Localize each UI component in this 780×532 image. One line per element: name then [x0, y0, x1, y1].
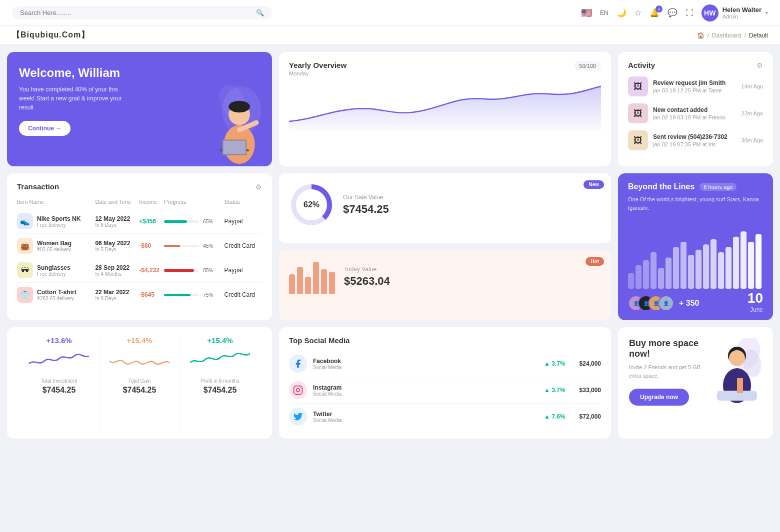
social-pct: ▲ 7.6%	[544, 413, 566, 420]
table-row: 👟 Nike Sports NK Free delivery 12 May 20…	[17, 209, 262, 234]
social-info: Twitter Social Media	[313, 411, 342, 423]
social-item: Instagram Social Media ▲ 3.7% $33,000	[289, 377, 601, 404]
item-thumb: 👕	[17, 287, 33, 303]
person-svg	[192, 81, 272, 166]
cell-date: 28 Sep 2022 In 4 Months	[95, 258, 139, 283]
progress-fill	[164, 269, 194, 272]
flag-icon[interactable]: 🇺🇸	[581, 7, 592, 18]
cell-income: +$456	[139, 209, 164, 234]
donut-chart: 62%	[289, 182, 334, 227]
hot-badge: Hot	[586, 257, 604, 266]
activity-thumb: 🖼	[628, 103, 648, 123]
beyond-bar	[658, 268, 664, 289]
beyond-time: 6 hours ago	[700, 183, 736, 191]
cell-progress: 85%	[164, 258, 224, 283]
svg-point-17	[729, 350, 745, 366]
stat-gain-label: Total Gain	[106, 378, 174, 384]
transaction-card: Transaction ⚙ Item Name Date and Time In…	[7, 173, 272, 320]
social-type: Social Media	[313, 365, 342, 370]
moon-icon[interactable]: 🌙	[616, 8, 626, 17]
act-info: Sent review (504)236-7302 jan 02 19 07:3…	[653, 133, 736, 147]
transaction-title: Transaction	[17, 182, 59, 191]
breadcrumb-sep1: /	[708, 32, 709, 39]
act-sub: jan 03 19 12:25 PM at Tame	[653, 87, 736, 93]
social-item: Facebook Social Media ▲ 3.7% $24,000	[289, 351, 601, 377]
lang-label[interactable]: EN	[600, 9, 608, 16]
cell-date: 12 May 2022 In 6 Days	[95, 209, 139, 234]
beyond-bar	[643, 260, 649, 289]
search-input[interactable]	[20, 9, 252, 16]
stat-investment: +13.6% Total Investment $7454.25	[19, 336, 100, 430]
item-name: Nike Sports NK	[37, 215, 80, 222]
cell-item: 👕 Cotton T-shirt ₹283.65 delivery	[17, 283, 95, 307]
main-row1: Welcome, William You have completed 40% …	[0, 45, 780, 173]
beyond-bar	[756, 234, 762, 289]
svg-rect-7	[224, 141, 246, 154]
cell-income: -$80	[139, 234, 164, 258]
social-media-card: Top Social Media Facebook Social Media ▲…	[279, 327, 611, 439]
user-name: Helen Walter	[722, 6, 762, 13]
act-title: Sent review (504)236-7302	[653, 133, 736, 140]
svg-point-12	[296, 389, 300, 392]
beyond-bar	[718, 252, 724, 289]
user-menu[interactable]: HW Helen Walter Admin ▾	[702, 4, 768, 21]
bar-item	[321, 269, 327, 294]
beyond-bar	[733, 237, 739, 289]
activity-thumb: 🖼	[628, 130, 648, 150]
item-name: Sunglasses	[37, 264, 70, 271]
beyond-bar	[636, 265, 642, 289]
stat-investment-value: $7454.25	[25, 386, 93, 395]
activity-list: 🖼 Review request jim Smith jan 03 19 12:…	[628, 76, 763, 150]
transaction-header: Transaction ⚙	[17, 182, 262, 191]
beyond-bar	[710, 239, 716, 289]
expand-icon[interactable]: ⛶	[686, 8, 694, 17]
stat-profit-label: Profit in 6 months	[186, 378, 254, 384]
buyspace-illustration	[707, 338, 762, 398]
item-sub: Free delivery	[37, 271, 70, 277]
stat-gain: +15.4% Total Gain $7454.25	[100, 336, 180, 430]
user-details: Helen Walter Admin	[722, 6, 762, 19]
activity-item: 🖼 New contact added jan 02 19 03:10 PM a…	[628, 103, 763, 123]
act-info: New contact added jan 02 19 03:10 PM at …	[653, 106, 736, 120]
continue-button[interactable]: Continue →	[19, 121, 70, 136]
activity-header: Activity ⚙	[628, 61, 763, 69]
activity-item: 🖼 Review request jim Smith jan 03 19 12:…	[628, 76, 763, 96]
star-icon[interactable]: ☆	[634, 8, 642, 17]
svg-point-13	[300, 388, 301, 389]
col-date: Date and Time	[95, 199, 139, 209]
breadcrumb-dashboard[interactable]: Dashboard	[712, 32, 742, 39]
beyond-bar	[673, 247, 679, 289]
search-bar[interactable]: 🔍	[12, 6, 272, 19]
donut-label: 62%	[304, 200, 320, 209]
social-name: Instagram	[313, 384, 342, 391]
stat-profit: +15.4% Profit in 6 months $7454.25	[180, 336, 260, 430]
activity-settings-icon[interactable]: ⚙	[756, 61, 763, 69]
upgrade-button[interactable]: Upgrade now	[629, 389, 689, 406]
transaction-settings-icon[interactable]: ⚙	[256, 183, 262, 191]
buyspace-desc: Invite 2 Friends and get 5 GB extra spac…	[629, 363, 702, 380]
sale-value-card: New 62% Our Sale Value $7454.25	[279, 173, 611, 243]
item-thumb: 👜	[17, 238, 33, 254]
act-sub: jan 02 19 03:10 PM at Fresno	[653, 114, 736, 120]
chat-icon[interactable]: 💬	[668, 8, 678, 17]
act-sub: jan 02 19 07:35 PM at Iris	[653, 141, 736, 147]
beyond-avatars: 👤 👤 👤 👤	[628, 295, 671, 311]
beyond-header: Beyond the Lines 6 hours ago	[628, 182, 763, 191]
table-row: 🕶 Sunglasses Free delivery 28 Sep 2022 I…	[17, 258, 262, 283]
yearly-overview-card: Yearly Overview Monday 50/100	[279, 52, 611, 166]
main-row2: Transaction ⚙ Item Name Date and Time In…	[0, 173, 780, 327]
beyond-date: 10 June	[748, 290, 763, 313]
wave-investment	[29, 349, 89, 373]
stat-gain-value: $7454.25	[106, 386, 174, 395]
progress-bar	[164, 220, 199, 223]
cell-status: Credit Card	[224, 234, 262, 258]
home-icon[interactable]: 🏠	[697, 32, 704, 39]
wave-gain	[110, 349, 170, 373]
cell-item: 🕶 Sunglasses Free delivery	[17, 258, 95, 283]
svg-rect-20	[737, 378, 743, 393]
cell-status: Credit Card	[224, 283, 262, 307]
chevron-down-icon: ▾	[766, 10, 768, 15]
notification-icon[interactable]: 🔔4	[650, 8, 660, 17]
user-role: Admin	[722, 13, 762, 19]
notification-badge: 4	[656, 5, 662, 12]
